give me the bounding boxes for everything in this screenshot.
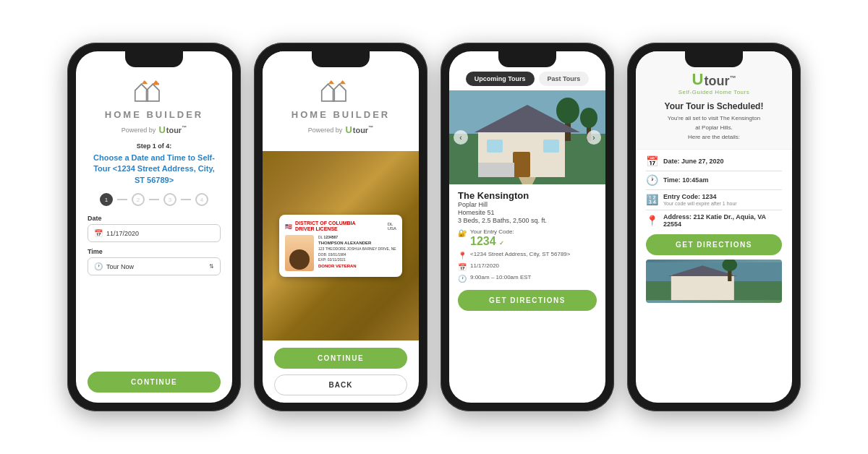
tour-scheduled-title: Your Tour is Scheduled! [665, 101, 764, 111]
step-title-1: Choose a Date and Time to Self-Tour <123… [88, 153, 221, 186]
address-detail-row: 📍 Address: 212 Katie Dr., Aquia, VA 2255… [646, 213, 782, 228]
divider-3 [646, 210, 782, 210]
notch-3 [498, 51, 556, 67]
dot-line-1 [117, 199, 127, 200]
dot-2: 2 [132, 193, 145, 206]
home-builder-logo-1: HOME BUILDER [105, 79, 203, 120]
tour-subtitle-1: You're all set to visit The Kensington [668, 114, 760, 122]
calendar-icon-3: 📅 [458, 263, 467, 271]
address-row: 📍 <1234 Street Address, City, ST 56789> [458, 251, 597, 260]
svg-marker-8 [328, 80, 334, 84]
dot-1: 1 [100, 193, 113, 206]
homesite: Homesite 51 [458, 209, 597, 216]
clock-icon-1: 🕐 [94, 262, 103, 270]
phones-container: HOME BUILDER Powered by U tour™ Step 1 o… [53, 28, 815, 426]
phone-2: HOME BUILDER Powered by U tour™ 🇺🇸 [254, 43, 427, 411]
property-image: ‹ [449, 90, 605, 184]
property-image-4 [646, 260, 782, 303]
property-name: The Kensington [458, 190, 597, 201]
powered-by-2: Powered by U tour™ [308, 124, 373, 135]
property-location: Poplar Hill [458, 201, 597, 208]
id-card: 🇺🇸 DISTRICT OF COLUMBIA DRIVER LICENSE D… [279, 215, 402, 276]
date-label-1: Date [88, 215, 102, 222]
directions-btn-3[interactable]: GET DIRECTIONS [458, 290, 597, 311]
notch-4 [685, 51, 743, 67]
id-state: DISTRICT OF COLUMBIA [295, 220, 356, 226]
house-illustration [449, 90, 605, 184]
lock-icon-3: 🔐 [458, 229, 467, 237]
svg-rect-25 [671, 275, 734, 300]
dot-line-2 [149, 199, 159, 200]
property-time: 9:00am – 10:00am EST [470, 274, 532, 280]
entry-code-label: Your Entry Code: [470, 228, 514, 235]
clock-icon-3: 🕐 [458, 275, 467, 283]
date-row: 📅 11/17/2020 [458, 262, 597, 271]
phone2-footer: CONTINUE BACK [263, 340, 419, 403]
brand-name-2: HOME BUILDER [292, 109, 390, 120]
time-detail: Time: 10:45am [663, 176, 708, 184]
svg-rect-21 [478, 163, 514, 177]
code-note: Your code will expire after 1 hour [663, 201, 737, 206]
wood-background: 🇺🇸 DISTRICT OF COLUMBIA DRIVER LICENSE D… [263, 151, 419, 340]
svg-marker-4 [141, 80, 148, 84]
utour-logo-1: U tour™ [158, 124, 187, 135]
prev-arrow[interactable]: ‹ [454, 130, 468, 145]
dot-4: 4 [195, 193, 208, 206]
svg-marker-7 [339, 80, 346, 84]
phone-1: HOME BUILDER Powered by U tour™ Step 1 o… [67, 43, 241, 411]
id-photo [285, 235, 314, 271]
tab-past[interactable]: Past Tours [539, 72, 590, 86]
entry-code-value: 1234 ✓ [470, 235, 514, 248]
time-value-1: Tour Now [106, 263, 205, 270]
time-row: 🕐 9:00am – 10:00am EST [458, 274, 597, 283]
utour-logo-2: U tour™ [345, 124, 373, 135]
notch-2 [312, 51, 370, 67]
house-icon-1 [129, 79, 179, 108]
time-detail-row: 🕐 Time: 10:45am [646, 174, 782, 186]
id-info: DL 1234567 THOMPSON ALEXANDER 123 THEODO… [318, 235, 396, 271]
dot-line-3 [181, 199, 191, 200]
calendar-icon-1: 📅 [94, 229, 103, 237]
utour-tagline: Self-Guided Home Tours [678, 89, 749, 95]
notch-1 [125, 51, 183, 67]
divider-1 [646, 171, 782, 171]
phone4-body: 📅 Date: June 27, 2020 🕐 Time: 10:45am [636, 150, 792, 403]
entry-code-row: 🔐 Your Entry Code: 1234 ✓ [458, 228, 597, 248]
back-btn-2[interactable]: BACK [274, 374, 407, 395]
time-input-1[interactable]: 🕐 Tour Now ⇅ [88, 257, 221, 275]
time-label-1: Time [88, 248, 103, 255]
step-dots-1: 1 2 3 4 [100, 193, 208, 206]
utour-logo-large: U tour™ [692, 72, 736, 87]
code-detail-row: 🔢 Entry Code: 1234 Your code will expire… [646, 193, 782, 206]
divider-2 [646, 189, 782, 190]
date-detail-row: 📅 Date: June 27, 2020 [646, 155, 782, 167]
tour-subtitle-2: at Poplar Hills. [695, 124, 733, 132]
brand-name-1: HOME BUILDER [105, 109, 203, 120]
date-input-1[interactable]: 📅 11/17/2020 [88, 224, 221, 242]
svg-rect-19 [487, 140, 503, 153]
address-detail: Address: 212 Katie Dr., Aquia, VA 22554 [663, 213, 782, 228]
property-details: The Kensington Poplar Hill Homesite 51 3… [449, 184, 605, 403]
property-specs: 3 Beds, 2.5 Baths, 2,500 sq. ft. [458, 217, 597, 224]
date-detail: Date: June 27, 2020 [663, 158, 724, 165]
pin-icon-4: 📍 [646, 215, 658, 226]
next-arrow[interactable]: › [587, 130, 601, 145]
directions-btn-4[interactable]: GET DIRECTIONS [646, 234, 782, 255]
continue-btn-1[interactable]: CONTINUE [88, 372, 221, 393]
calendar-icon-4: 📅 [646, 155, 658, 167]
continue-btn-2[interactable]: CONTINUE [274, 348, 407, 369]
house-icon-2 [315, 79, 366, 108]
home-builder-logo-2: HOME BUILDER [292, 79, 390, 120]
id-number-top: DLUSA [388, 222, 396, 231]
id-type: DRIVER LICENSE [295, 226, 356, 232]
svg-rect-18 [513, 152, 530, 177]
tour-subtitle-3: Here are the details: [688, 133, 740, 141]
dot-3: 3 [163, 193, 176, 206]
property-address: <1234 Street Address, City, ST 56789> [470, 251, 570, 257]
tab-upcoming[interactable]: Upcoming Tours [466, 72, 535, 86]
arrow-icon-1: ⇅ [209, 263, 214, 270]
code-detail: Entry Code: 1234 [663, 193, 737, 200]
keypad-icon-4: 🔢 [646, 194, 658, 205]
house-img-svg-4 [646, 260, 782, 303]
pin-icon-3: 📍 [458, 252, 467, 260]
